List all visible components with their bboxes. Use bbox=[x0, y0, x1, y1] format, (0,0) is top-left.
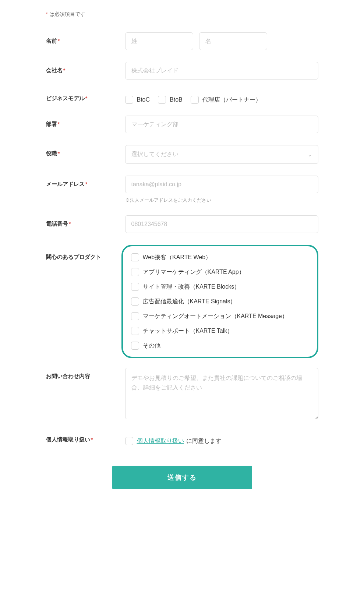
label-position: 役職* bbox=[46, 145, 125, 157]
checkbox-icon[interactable] bbox=[158, 96, 166, 104]
label-company: 会社名* bbox=[46, 62, 125, 74]
label-name: 名前* bbox=[46, 32, 125, 45]
label-business-model: ビジネスモデル* bbox=[46, 91, 125, 102]
phone-input[interactable] bbox=[125, 215, 318, 233]
last-name-input[interactable] bbox=[125, 32, 193, 50]
privacy-link[interactable]: 個人情報取り扱い bbox=[137, 438, 184, 444]
checkbox-icon[interactable] bbox=[191, 96, 199, 104]
product-option[interactable]: その他 bbox=[131, 341, 309, 350]
company-input[interactable] bbox=[125, 62, 318, 80]
position-select[interactable]: 選択してください ⌄ bbox=[125, 145, 318, 164]
email-input[interactable] bbox=[125, 176, 318, 193]
product-option[interactable]: サイト管理・改善（KARTE Blocks） bbox=[131, 282, 309, 291]
checkbox-icon[interactable] bbox=[125, 96, 133, 104]
label-email: メールアドレス* bbox=[46, 176, 125, 188]
label-department: 部署* bbox=[46, 116, 125, 128]
business-model-options: BtoC BtoB 代理店（パートナー） bbox=[125, 91, 318, 104]
checkbox-icon[interactable] bbox=[125, 437, 133, 445]
email-helper: ※法人メールアドレスをご入力ください bbox=[125, 197, 318, 204]
label-products: 関心のあるプロダクト bbox=[46, 245, 125, 261]
department-input[interactable] bbox=[125, 116, 318, 133]
checkbox-icon[interactable] bbox=[131, 283, 139, 291]
product-option[interactable]: チャットサポート（KARTE Talk） bbox=[131, 327, 309, 335]
label-phone: 電話番号* bbox=[46, 215, 125, 228]
asterisk-icon: * bbox=[46, 11, 48, 17]
product-option[interactable]: Web接客（KARTE Web） bbox=[131, 253, 309, 262]
first-name-input[interactable] bbox=[199, 32, 267, 50]
required-note: *は必須項目です bbox=[46, 11, 318, 18]
chevron-down-icon: ⌄ bbox=[308, 152, 312, 158]
checkbox-icon[interactable] bbox=[131, 297, 139, 306]
business-model-option[interactable]: BtoB bbox=[158, 96, 183, 104]
business-model-option[interactable]: BtoC bbox=[125, 96, 150, 104]
product-options: Web接客（KARTE Web） アプリマーケティング（KARTE App） サ… bbox=[131, 253, 309, 350]
checkbox-icon[interactable] bbox=[131, 312, 139, 320]
product-highlight-box: Web接客（KARTE Web） アプリマーケティング（KARTE App） サ… bbox=[121, 245, 318, 358]
business-model-option[interactable]: 代理店（パートナー） bbox=[191, 96, 261, 104]
product-option[interactable]: 広告配信最適化（KARTE Signals） bbox=[131, 297, 309, 306]
submit-button[interactable]: 送信する bbox=[112, 466, 252, 489]
checkbox-icon[interactable] bbox=[131, 253, 139, 261]
label-privacy: 個人情報取り扱い* bbox=[46, 433, 125, 443]
checkbox-icon[interactable] bbox=[131, 268, 139, 276]
checkbox-icon[interactable] bbox=[131, 327, 139, 335]
product-option[interactable]: マーケティングオートメーション（KARTE Message） bbox=[131, 312, 309, 321]
product-option[interactable]: アプリマーケティング（KARTE App） bbox=[131, 268, 309, 276]
privacy-agree[interactable]: 個人情報取り扱いに同意します bbox=[125, 437, 222, 445]
inquiry-textarea[interactable] bbox=[125, 368, 318, 419]
checkbox-icon[interactable] bbox=[131, 342, 139, 350]
label-inquiry: お問い合わせ内容 bbox=[46, 368, 125, 380]
